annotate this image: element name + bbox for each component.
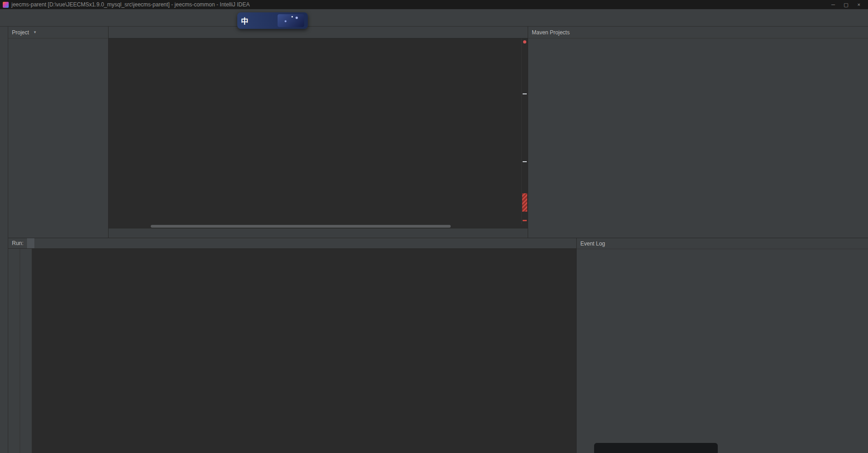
error-stripe-marker [522,193,527,212]
editor-tabs [109,27,528,38]
run-console-tab[interactable] [27,238,34,248]
project-panel-header: Project ▾ [8,27,108,38]
error-indicator [523,40,526,44]
menu-bar [0,9,868,17]
ime-language-indicator[interactable]: 中 [241,15,248,26]
scrollbar-thumb[interactable] [151,225,451,228]
error-stripe[interactable] [521,38,528,224]
idea-logo-icon [3,2,9,8]
notification-popup [594,443,718,453]
event-log-tool-window: Event Log [576,238,868,453]
window-title: jeecms-parent [D:\vue\JEECMSx1.9.0_mysql… [11,1,250,8]
run-panel-header: Run: [8,238,576,249]
titlebar: jeecms-parent [D:\vue\JEECMSx1.9.0_mysql… [0,0,868,9]
maven-tool-window: Maven Projects [528,27,868,238]
editor-horizontal-scrollbar[interactable] [109,224,528,228]
xml-breadcrumbs [109,228,528,238]
event-log-entries [592,249,868,252]
maven-panel-title: Maven Projects [532,29,570,36]
event-log-header: Event Log [577,238,868,249]
maven-panel-header: Maven Projects [528,27,868,38]
maven-tree [528,48,868,49]
run-panel-body [8,249,576,453]
close-icon[interactable]: × [852,0,865,9]
event-log-title: Event Log [580,240,605,247]
run-panel-label: Run: [12,240,23,246]
project-panel-title: Project [12,29,29,36]
console-controls-toolbar [20,249,32,453]
error-stripe-marker [523,220,527,221]
project-tree [8,38,108,39]
editor[interactable] [109,38,528,224]
run-controls-toolbar [8,249,20,453]
minimize-icon[interactable]: ─ [827,0,840,9]
maven-toolbar [528,38,868,48]
ime-theme-image [278,14,304,27]
maximize-icon[interactable]: ▢ [840,0,852,9]
tool-window-strip-left [0,27,8,453]
find-match-marker [523,93,527,94]
intellij-idea-window: jeecms-parent [D:\vue\JEECMSx1.9.0_mysql… [0,0,868,453]
build-console-output [32,249,576,453]
find-match-marker [523,161,527,162]
navigation-bar [0,17,868,27]
editor-area [109,27,528,238]
run-tool-window: Run: [8,238,576,453]
window-controls: ─▢× [827,0,865,9]
chevron-down-icon[interactable]: ▾ [32,29,38,36]
ime-popup[interactable]: 中 [237,12,308,29]
project-tool-window: Project ▾ [8,27,109,238]
